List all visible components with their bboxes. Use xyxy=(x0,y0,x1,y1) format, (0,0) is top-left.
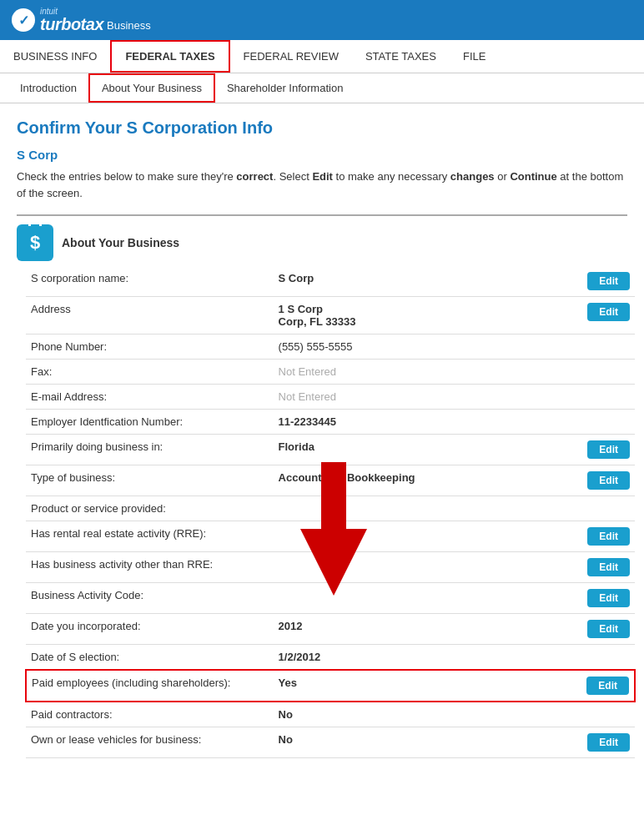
address-line2: Corp, FL 33333 xyxy=(279,315,554,328)
table-row: Employer Identfication Number: 11-223344… xyxy=(26,410,635,435)
field-label: Paid employees (including shareholders): xyxy=(26,670,274,702)
edit-cell: Edit xyxy=(559,727,635,758)
edit-cell: Edit xyxy=(559,614,635,645)
business-info-table: S corporation name: S Corp Edit Address … xyxy=(25,266,636,758)
field-value: No xyxy=(274,727,559,758)
logo-text-group: intuit turbotax Business xyxy=(40,8,151,33)
address-line1: 1 S Corp xyxy=(279,303,554,315)
edit-corp-name-button[interactable]: Edit xyxy=(587,272,630,290)
field-label: Phone Number: xyxy=(26,335,274,360)
edit-vehicles-button[interactable]: Edit xyxy=(587,733,630,752)
edit-business-type-button[interactable]: Edit xyxy=(587,471,630,490)
field-value: No xyxy=(274,702,559,727)
field-label: S corporation name: xyxy=(26,266,274,297)
edit-cell: Edit xyxy=(559,670,635,702)
field-value: Accounting / Bookkeeping xyxy=(274,465,559,496)
table-row: Date you incorporated: 2012 Edit xyxy=(26,614,635,645)
field-label: Address xyxy=(26,297,274,335)
field-value: Yes xyxy=(274,670,559,702)
table-row: Date of S election: 1/2/2012 xyxy=(26,645,635,671)
table-row: Address 1 S Corp Corp, FL 33333 Edit xyxy=(26,297,635,335)
field-label: Has business activity other than RRE: xyxy=(26,552,274,583)
description-text: Check the entries below to make sure the… xyxy=(17,169,627,201)
table-row: Fax: Not Entered xyxy=(26,360,635,385)
field-label: Business Activity Code: xyxy=(26,583,274,614)
edit-address-button[interactable]: Edit xyxy=(587,303,630,321)
field-label: Fax: xyxy=(26,360,274,385)
table-row: Phone Number: (555) 555-5555 xyxy=(26,335,635,360)
app-container: ✓ intuit turbotax Business BUSINESS INFO… xyxy=(0,0,644,782)
field-label: Employer Identfication Number: xyxy=(26,410,274,435)
product-label: Business xyxy=(107,20,151,33)
table-row: Primarily doing business in: Florida Edi… xyxy=(26,435,635,465)
field-value xyxy=(274,583,559,614)
table-row: Has business activity other than RRE: Ed… xyxy=(26,552,635,583)
table-row: E-mail Address: Not Entered xyxy=(26,385,635,410)
table-row: Paid contractors: No xyxy=(26,702,635,727)
sub-navigation: Introduction About Your Business Shareho… xyxy=(0,73,644,103)
nav-federal-taxes[interactable]: FEDERAL TAXES xyxy=(110,40,229,73)
edit-cell: Edit xyxy=(559,297,635,335)
field-value: 1/2/2012 xyxy=(274,645,559,671)
field-label: Product or service provided: xyxy=(26,496,274,521)
field-label: Primarily doing business in: xyxy=(26,435,274,465)
turbotax-label: turbotax xyxy=(40,16,103,33)
logo-check-icon: ✓ xyxy=(12,8,35,32)
field-value xyxy=(274,552,559,583)
edit-cell xyxy=(559,645,635,671)
edit-cell: Edit xyxy=(559,552,635,583)
table-row: S corporation name: S Corp Edit xyxy=(26,266,635,297)
briefcase-handle xyxy=(28,219,42,226)
app-header: ✓ intuit turbotax Business xyxy=(0,0,644,40)
field-value: S Corp xyxy=(274,266,559,297)
edit-paid-employees-button[interactable]: Edit xyxy=(586,677,629,695)
top-navigation: BUSINESS INFO FEDERAL TAXES FEDERAL REVI… xyxy=(0,40,644,73)
main-content: Confirm Your S Corporation Info S Corp C… xyxy=(0,103,644,782)
edit-cell xyxy=(559,496,635,521)
field-label: E-mail Address: xyxy=(26,385,274,410)
logo-area: ✓ intuit turbotax Business xyxy=(12,8,151,33)
edit-cell: Edit xyxy=(559,583,635,614)
edit-cell xyxy=(559,702,635,727)
subnav-introduction[interactable]: Introduction xyxy=(8,75,88,101)
edit-cell xyxy=(559,335,635,360)
edit-other-rre-button[interactable]: Edit xyxy=(587,558,630,576)
briefcase-icon xyxy=(17,224,53,261)
field-label: Own or lease vehicles for business: xyxy=(26,727,274,758)
table-row: Product or service provided: xyxy=(26,496,635,521)
edit-cell xyxy=(559,410,635,435)
table-row-highlighted: Paid employees (including shareholders):… xyxy=(26,670,635,702)
field-value: Not Entered xyxy=(274,360,559,385)
field-label: Date of S election: xyxy=(26,645,274,671)
subnav-shareholder-information[interactable]: Shareholder Information xyxy=(215,75,355,101)
field-label: Paid contractors: xyxy=(26,702,274,727)
edit-rental-rre-button[interactable]: Edit xyxy=(587,527,630,546)
field-value: 11-2233445 xyxy=(274,410,559,435)
edit-cell xyxy=(559,360,635,385)
table-row: Has rental real estate activity (RRE): E… xyxy=(26,521,635,552)
nav-federal-review[interactable]: FEDERAL REVIEW xyxy=(230,42,352,71)
field-label: Type of business: xyxy=(26,465,274,496)
edit-cell: Edit xyxy=(559,521,635,552)
field-value: Not Entered xyxy=(274,385,559,410)
edit-cell: Edit xyxy=(559,266,635,297)
edit-date-incorporated-button[interactable]: Edit xyxy=(587,620,630,638)
field-value: 2012 xyxy=(274,614,559,645)
field-value: 1 S Corp Corp, FL 33333 xyxy=(274,297,559,335)
edit-state-button[interactable]: Edit xyxy=(587,440,630,459)
subnav-about-your-business[interactable]: About Your Business xyxy=(88,73,215,103)
edit-activity-code-button[interactable]: Edit xyxy=(587,589,630,607)
table-row: Type of business: Accounting / Bookkeepi… xyxy=(26,465,635,496)
nav-business-info[interactable]: BUSINESS INFO xyxy=(0,42,110,71)
field-value: (555) 555-5555 xyxy=(274,335,559,360)
edit-cell: Edit xyxy=(559,465,635,496)
field-value xyxy=(274,496,559,521)
nav-state-taxes[interactable]: STATE TAXES xyxy=(352,42,450,71)
field-value: Florida xyxy=(274,435,559,465)
nav-file[interactable]: FILE xyxy=(450,42,499,71)
section-header-label: About Your Business xyxy=(62,236,179,249)
field-label: Has rental real estate activity (RRE): xyxy=(26,521,274,552)
field-label: Date you incorporated: xyxy=(26,614,274,645)
section-title: S Corp xyxy=(17,148,627,162)
page-title: Confirm Your S Corporation Info xyxy=(17,118,627,138)
